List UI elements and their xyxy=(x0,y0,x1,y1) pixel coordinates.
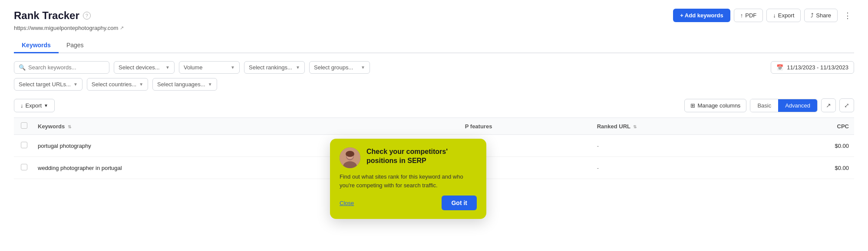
tab-pages[interactable]: Pages xyxy=(59,38,92,53)
date-range-filter[interactable]: 📅 11/13/2023 - 11/13/2023 xyxy=(771,61,854,74)
export-button[interactable]: ↓ Export xyxy=(766,9,801,22)
col-p-features: P features xyxy=(460,118,592,135)
chevron-down-icon: ▼ xyxy=(231,65,235,70)
groups-filter[interactable]: Select groups... ▼ xyxy=(309,61,370,74)
advanced-view-button[interactable]: Advanced xyxy=(778,99,817,112)
tabs-container: Keywords Pages xyxy=(14,38,854,53)
languages-filter[interactable]: Select languages... ▼ xyxy=(152,78,217,91)
keyword-name: wedding photographer in portugal xyxy=(38,165,122,171)
row-checkbox[interactable] xyxy=(21,164,27,170)
basic-view-button[interactable]: Basic xyxy=(750,99,778,112)
ranked-url-val: - xyxy=(592,135,768,157)
chevron-down-icon: ▼ xyxy=(296,65,300,70)
col-spacer xyxy=(364,118,460,135)
chevron-down-icon: ▼ xyxy=(139,82,143,87)
sort-icon: ⇅ xyxy=(633,124,637,129)
svg-point-4 xyxy=(346,151,354,157)
table-toolbar: ↓ Export ▼ ⊞ Manage columns Basic Advanc… xyxy=(14,98,854,112)
fullscreen-button[interactable]: ⤢ xyxy=(839,98,854,112)
chevron-down-icon: ▼ xyxy=(73,82,78,87)
select-all-checkbox[interactable] xyxy=(21,122,27,129)
ranked-url-val: - xyxy=(592,157,768,179)
countries-filter[interactable]: Select countries... ▼ xyxy=(87,78,148,91)
export-icon: ↓ xyxy=(20,102,23,109)
expand-icon: ⤢ xyxy=(844,102,849,109)
tooltip-close-button[interactable]: Close xyxy=(340,200,354,206)
help-icon[interactable]: ? xyxy=(83,12,91,20)
columns-icon: ⊞ xyxy=(690,102,695,109)
search-keywords-box[interactable]: 🔍 xyxy=(14,61,109,74)
chevron-down-icon: ▼ xyxy=(208,82,212,87)
tooltip-popup: Check your competitors' positions in SER… xyxy=(330,139,486,219)
tooltip-got-it-button[interactable]: Got it xyxy=(442,196,477,210)
page-title: Rank Tracker xyxy=(14,10,79,22)
keyword-name: portugal photography xyxy=(38,143,91,149)
export-icon: ↓ xyxy=(773,12,776,19)
col-keywords: Keywords ⇅ xyxy=(33,118,364,135)
share-icon: ⤴ xyxy=(811,12,814,19)
pdf-button[interactable]: ↑ PDF xyxy=(734,9,763,22)
filters-row2: Select target URLs... ▼ Select countries… xyxy=(14,78,854,91)
filters-row1: 🔍 Select devices... ▼ Volume ▼ Select ra… xyxy=(14,61,854,74)
chevron-down-icon: ▼ xyxy=(165,65,170,70)
table-export-button[interactable]: ↓ Export ▼ xyxy=(14,99,55,112)
search-keywords-input[interactable] xyxy=(28,64,105,71)
chevron-down-icon: ▼ xyxy=(361,65,365,70)
avatar xyxy=(340,147,360,168)
more-options-button[interactable]: ⋮ xyxy=(841,9,854,22)
col-cpc: CPC xyxy=(768,118,854,135)
chevron-down-icon: ▼ xyxy=(44,103,48,108)
tooltip-body: Find out what sites rank for this keywor… xyxy=(340,173,477,189)
row-checkbox[interactable] xyxy=(21,142,27,148)
cpc-val: $0.00 xyxy=(768,135,854,157)
view-toggle: Basic Advanced xyxy=(750,99,818,112)
chart-icon: ↗ xyxy=(826,102,831,109)
share-button[interactable]: ⤴ Share xyxy=(804,9,838,22)
tab-keywords[interactable]: Keywords xyxy=(14,38,59,53)
sort-icon: ⇅ xyxy=(68,124,71,129)
target-urls-filter[interactable]: Select target URLs... ▼ xyxy=(14,78,83,91)
rankings-filter[interactable]: Select rankings... ▼ xyxy=(244,61,305,74)
calendar-icon: 📅 xyxy=(776,64,783,71)
tooltip-title: Check your competitors' positions in SER… xyxy=(366,147,477,166)
manage-columns-button[interactable]: ⊞ Manage columns xyxy=(684,99,746,112)
volume-filter[interactable]: Volume ▼ xyxy=(179,61,240,74)
subtitle-url: https://www.miguelpontephotography.com ↗ xyxy=(14,25,854,31)
pdf-icon: ↑ xyxy=(740,12,743,19)
col-ranked-url: Ranked URL ⇅ xyxy=(592,118,768,135)
add-keywords-button[interactable]: + Add keywords xyxy=(673,9,730,22)
cpc-val: $0.00 xyxy=(768,157,854,179)
chart-icon-button[interactable]: ↗ xyxy=(821,98,836,112)
devices-filter[interactable]: Select devices... ▼ xyxy=(114,61,175,74)
external-link-icon: ↗ xyxy=(120,25,124,31)
search-icon: 🔍 xyxy=(19,64,26,71)
